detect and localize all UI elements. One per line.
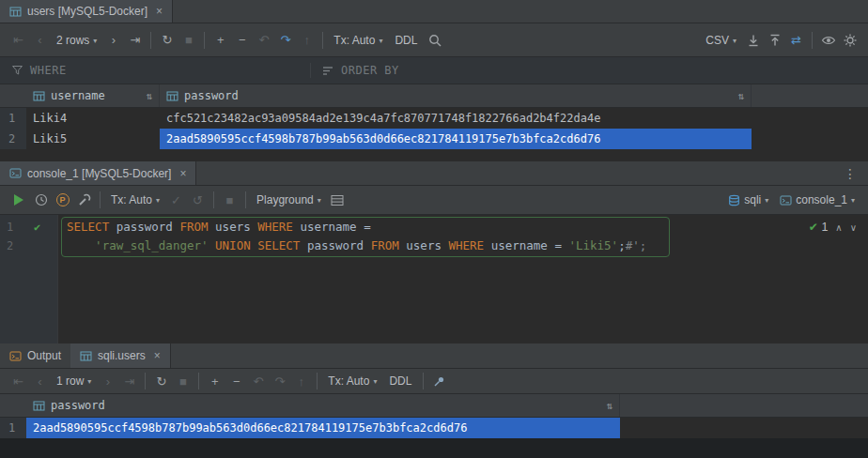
order-by-filter[interactable]: ORDER BY <box>311 57 411 84</box>
cell-password-selected[interactable]: 2aad5890595ccf4598b787b99ab563d0d66ec821… <box>26 418 620 438</box>
divider <box>812 32 813 49</box>
last-page-icon[interactable]: ⇥ <box>118 371 140 391</box>
grid-filter-bar: WHERE ORDER BY <box>0 57 868 84</box>
import-upload-icon[interactable] <box>764 30 785 51</box>
divider <box>213 191 214 208</box>
column-header-username[interactable]: username ⇅ <box>26 84 160 107</box>
tx-mode-selector[interactable]: Tx: Auto ▾ <box>105 190 165 210</box>
page-size-label: 1 row <box>56 374 84 388</box>
more-options-kebab-icon[interactable]: ⋮ <box>832 166 868 181</box>
run-play-icon[interactable] <box>14 194 23 206</box>
revert-icon[interactable]: ↶ <box>247 371 269 391</box>
settings-gear-icon[interactable] <box>839 30 860 51</box>
row-number[interactable]: 1 <box>0 108 26 129</box>
result-tab-bar: Output sqli.users × <box>0 344 868 369</box>
page-size-label: 2 rows <box>56 34 89 47</box>
sort-icon[interactable]: ⇅ <box>606 400 612 412</box>
table-icon <box>33 400 45 412</box>
stop-icon[interactable]: ■ <box>219 190 240 210</box>
add-row-icon[interactable]: + <box>209 30 231 51</box>
chevron-down-icon: ▾ <box>765 196 768 205</box>
next-result-icon[interactable]: ∨ <box>850 222 857 233</box>
delete-row-icon[interactable]: − <box>231 30 253 51</box>
parameters-icon[interactable]: P <box>52 190 73 210</box>
redo-icon[interactable]: ↷ <box>274 30 296 51</box>
compare-icon[interactable]: ⇄ <box>785 30 807 51</box>
submit-icon[interactable]: ↑ <box>296 30 318 51</box>
export-format-label: CSV <box>705 34 729 47</box>
revert-icon[interactable]: ↶ <box>253 30 274 51</box>
submit-icon[interactable]: ↑ <box>290 371 312 391</box>
tab-output[interactable]: Output <box>0 344 70 368</box>
export-format-selector[interactable]: CSV ▾ <box>700 30 742 51</box>
tab-result-sqli-users[interactable]: sqli.users × <box>70 344 171 368</box>
sql-line-1[interactable]: SELECT password FROM users WHERE usernam… <box>67 218 371 237</box>
ddl-button[interactable]: DDL <box>388 34 424 47</box>
reload-icon[interactable]: ↻ <box>156 30 178 51</box>
reload-icon[interactable]: ↻ <box>150 371 172 391</box>
where-filter[interactable]: WHERE <box>0 57 310 84</box>
export-download-icon[interactable] <box>742 30 764 51</box>
previous-result-icon[interactable]: ∧ <box>835 222 842 233</box>
query-history-clock-icon[interactable] <box>30 190 52 210</box>
statement-success-icon: ✔ <box>34 218 40 237</box>
line-number: 2 <box>7 237 13 255</box>
execution-result-badge: ✔ 1 ∧ ∨ <box>809 221 857 234</box>
tx-mode-selector[interactable]: Tx: Auto ▾ <box>328 30 388 51</box>
add-row-icon[interactable]: + <box>204 371 225 391</box>
view-options-eye-icon[interactable] <box>817 30 839 51</box>
tx-mode-selector[interactable]: Tx: Auto ▾ <box>322 371 382 391</box>
tab-users-grid[interactable]: users [MySQL5-Docker] × <box>0 0 173 23</box>
schema-selector[interactable]: sqli ▾ <box>722 190 774 210</box>
chevron-down-icon: ▾ <box>733 37 736 45</box>
grid-toolbar-right: CSV ▾ ⇄ <box>700 30 860 51</box>
tab-console-1[interactable]: console_1 [MySQL5-Docker] × <box>0 161 196 185</box>
sql-editor[interactable]: 1 2 ✔ SELECT password FROM users WHERE u… <box>0 215 868 344</box>
rollback-icon[interactable]: ↺ <box>187 190 209 210</box>
wrench-icon[interactable] <box>73 190 95 210</box>
tab-label: console_1 [MySQL5-Docker] <box>27 167 171 180</box>
sql-line-2[interactable]: 'raw_sql_danger' UNION SELECT password F… <box>67 237 646 255</box>
previous-page-icon[interactable]: ‹ <box>29 371 51 391</box>
chevron-down-icon: ▾ <box>156 196 160 205</box>
column-header-password[interactable]: password ⇅ <box>160 84 752 107</box>
commit-check-icon[interactable]: ✓ <box>165 190 187 210</box>
line-number: 1 <box>7 218 13 237</box>
first-page-icon[interactable]: ⇤ <box>8 371 29 391</box>
playground-selector[interactable]: Playground ▾ <box>251 190 327 210</box>
bottom-empty-space <box>0 438 868 458</box>
ddl-button[interactable]: DDL <box>382 374 418 388</box>
divider <box>150 32 151 49</box>
first-page-icon[interactable]: ⇤ <box>8 30 29 51</box>
sort-icon[interactable]: ⇅ <box>146 90 152 102</box>
cell-password-selected[interactable]: 2aad5890595ccf4598b787b99ab563d0d66ec821… <box>160 129 752 149</box>
last-page-icon[interactable]: ⇥ <box>124 30 146 51</box>
execution-count: 1 <box>821 221 828 234</box>
row-number[interactable]: 1 <box>0 418 26 438</box>
stop-icon[interactable]: ■ <box>178 30 199 51</box>
delete-row-icon[interactable]: − <box>225 371 247 391</box>
in-editor-results-icon[interactable] <box>327 190 349 210</box>
next-page-icon[interactable]: › <box>97 371 118 391</box>
sort-icon[interactable]: ⇅ <box>737 90 744 102</box>
page-size-selector[interactable]: 1 row ▾ <box>51 371 97 391</box>
next-page-icon[interactable]: › <box>102 30 124 51</box>
table-icon <box>33 90 45 102</box>
previous-page-icon[interactable]: ‹ <box>29 30 51 51</box>
cell-username[interactable]: Liki4 <box>26 108 160 129</box>
search-icon[interactable] <box>424 30 445 51</box>
page-size-selector[interactable]: 2 rows ▾ <box>51 30 102 51</box>
cell-password[interactable]: cfc521c23482ac93a09584ad2e139c4a7fc87077… <box>160 108 752 129</box>
pin-icon[interactable] <box>428 371 450 391</box>
column-header-password[interactable]: password ⇅ <box>26 394 620 417</box>
grid-header-filler <box>752 84 868 107</box>
chevron-down-icon: ▾ <box>373 377 377 386</box>
close-icon[interactable]: × <box>154 350 161 361</box>
close-icon[interactable]: × <box>179 168 186 179</box>
cell-username[interactable]: Liki5 <box>26 129 160 149</box>
row-number[interactable]: 2 <box>0 129 26 149</box>
redo-icon[interactable]: ↷ <box>269 371 290 391</box>
stop-icon[interactable]: ■ <box>172 371 194 391</box>
close-icon[interactable]: × <box>156 6 163 17</box>
console-session-selector[interactable]: console_1 ▾ <box>774 190 860 210</box>
